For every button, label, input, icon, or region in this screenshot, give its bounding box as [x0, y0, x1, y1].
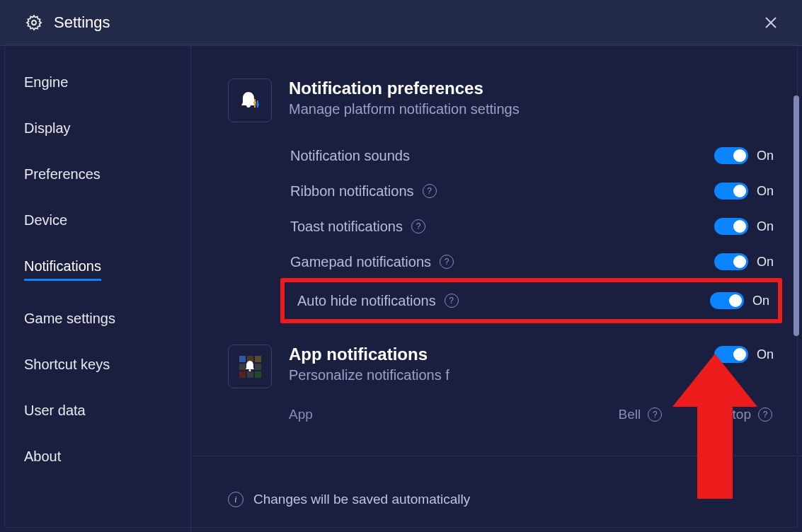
toggle-auto-hide-notifications[interactable] — [710, 292, 744, 309]
svg-point-6 — [256, 103, 259, 106]
svg-rect-14 — [255, 371, 261, 378]
setting-ribbon-notifications: Ribbon notifications ? On — [289, 173, 774, 209]
content-panel: Notification preferences Manage platform… — [191, 46, 802, 532]
svg-rect-9 — [255, 356, 261, 362]
svg-rect-13 — [247, 371, 253, 378]
titlebar: Settings — [0, 0, 802, 46]
sidebar: Engine Display Preferences Device Notifi… — [0, 46, 191, 532]
column-desktop: Desktop ? — [701, 407, 772, 422]
gear-icon — [25, 14, 42, 31]
titlebar-left: Settings — [25, 13, 110, 32]
column-label: App — [289, 407, 313, 422]
svg-rect-11 — [255, 364, 261, 370]
setting-label: Notification sounds — [290, 148, 410, 164]
section-app-notifications: App notifications On Personalize notific… — [228, 345, 774, 422]
help-icon[interactable]: ? — [758, 407, 772, 422]
section-subtitle-app-notifications: Personalize notifications f — [289, 367, 774, 383]
setting-label: Auto hide notifications — [297, 293, 436, 309]
sidebar-item-shortcut-keys[interactable]: Shortcut keys — [24, 357, 110, 373]
setting-label: Toast notifications — [290, 219, 403, 235]
column-app: App — [289, 407, 313, 422]
app-grid-bell-icon — [228, 345, 272, 388]
svg-rect-7 — [239, 356, 246, 362]
sidebar-item-preferences[interactable]: Preferences — [24, 166, 101, 183]
toggle-toast-notifications[interactable] — [714, 218, 748, 235]
bell-settings-icon — [228, 79, 272, 122]
toggle-gamepad-notifications[interactable] — [714, 253, 748, 270]
setting-label: Ribbon notifications — [290, 183, 414, 200]
sidebar-item-engine[interactable]: Engine — [24, 74, 68, 91]
toggle-app-notifications[interactable] — [714, 346, 748, 363]
toggle-notification-sounds[interactable] — [714, 147, 748, 164]
highlight-auto-hide: Auto hide notifications ? On — [280, 278, 782, 323]
notification-prefs-list: Notification sounds On Ribbon notificati… — [289, 138, 774, 323]
sidebar-item-display[interactable]: Display — [24, 120, 71, 137]
setting-toast-notifications: Toast notifications ? On — [289, 209, 774, 244]
help-icon[interactable]: ? — [648, 407, 662, 422]
column-label: Bell — [619, 407, 641, 422]
help-icon[interactable]: ? — [445, 294, 459, 308]
help-icon[interactable]: ? — [423, 184, 437, 198]
divider — [191, 456, 802, 456]
toggle-ribbon-notifications[interactable] — [714, 183, 748, 200]
setting-label: Gamepad notifications — [290, 254, 431, 270]
help-icon[interactable]: ? — [411, 219, 425, 233]
svg-point-15 — [249, 369, 251, 371]
column-bell: Bell ? — [619, 407, 663, 422]
svg-point-0 — [32, 21, 36, 25]
section-title-notification-prefs: Notification preferences — [289, 79, 774, 98]
page-title: Settings — [54, 13, 110, 32]
toggle-state: On — [757, 184, 774, 199]
section-notification-prefs: Notification preferences Manage platform… — [228, 79, 774, 122]
section-subtitle-notification-prefs: Manage platform notification settings — [289, 101, 774, 117]
toggle-state: On — [757, 149, 774, 163]
toggle-state: On — [752, 294, 769, 308]
sidebar-item-about[interactable]: About — [24, 449, 61, 465]
help-icon[interactable]: ? — [440, 255, 454, 269]
section-title-app-notifications: App notifications — [289, 345, 428, 364]
close-button[interactable] — [761, 13, 781, 33]
svg-rect-12 — [239, 371, 246, 378]
svg-point-5 — [253, 101, 256, 104]
toggle-state: On — [757, 255, 774, 270]
footer: i Changes will be saved automatically — [228, 492, 470, 507]
sidebar-item-user-data[interactable]: User data — [24, 403, 86, 419]
setting-gamepad-notifications: Gamepad notifications ? On — [289, 244, 774, 279]
toggle-state: On — [757, 219, 774, 234]
svg-rect-10 — [239, 364, 246, 370]
footer-text: Changes will be saved automatically — [253, 492, 470, 507]
app-notifications-columns: App Bell ? Desktop ? — [289, 407, 774, 422]
scrollbar[interactable] — [794, 96, 799, 336]
column-label: Desktop — [701, 407, 751, 422]
sidebar-item-game-settings[interactable]: Game settings — [24, 311, 115, 327]
info-icon: i — [228, 492, 244, 507]
sidebar-item-device[interactable]: Device — [24, 212, 67, 229]
sidebar-item-notifications[interactable]: Notifications — [24, 258, 101, 281]
toggle-state: On — [757, 347, 774, 362]
setting-notification-sounds: Notification sounds On — [289, 138, 774, 173]
